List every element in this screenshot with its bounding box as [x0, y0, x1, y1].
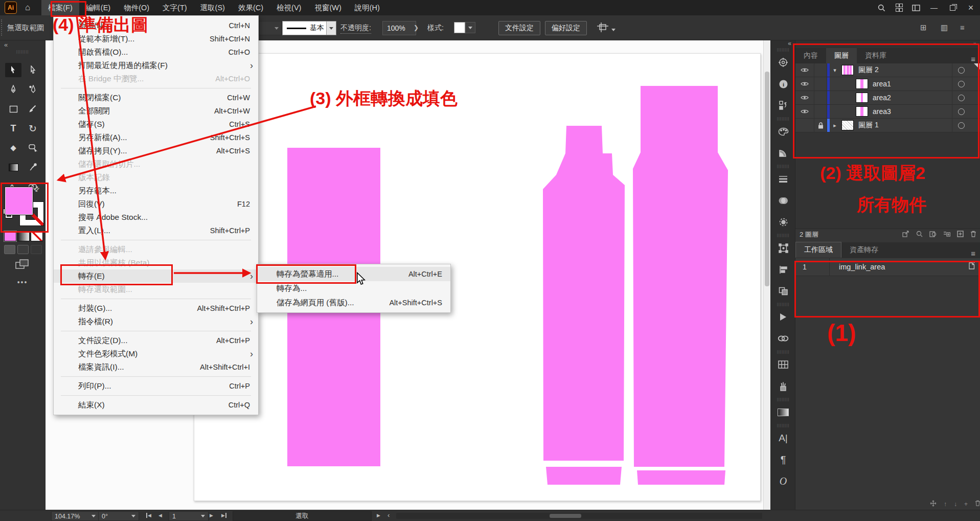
- arrange-documents-icon[interactable]: [907, 0, 925, 15]
- vertical-scrollbar-thumb[interactable]: [765, 72, 769, 286]
- move-artboard-icon[interactable]: [930, 500, 937, 508]
- target-circle[interactable]: [958, 122, 965, 129]
- menu-edit[interactable]: 編輯(E): [79, 0, 117, 15]
- lock-cell[interactable]: [814, 77, 827, 90]
- search-icon[interactable]: [873, 0, 890, 15]
- menu-item-document-setup[interactable]: 文件設定(D)...Alt+Ctrl+P: [54, 334, 258, 347]
- curvature-tool[interactable]: [25, 82, 41, 97]
- menu-item-save-a-copy[interactable]: 儲存拷貝(Y)...Alt+Ctrl+S: [54, 144, 258, 157]
- live-paint-selection-tool[interactable]: [25, 141, 41, 155]
- lock-icon[interactable]: [814, 119, 827, 132]
- target-circle[interactable]: [958, 67, 965, 74]
- menu-item-open-recent[interactable]: 打開最近使用過的檔案(F)›: [54, 59, 258, 72]
- panel-menu-icon[interactable]: ≡: [971, 55, 980, 63]
- paragraph-panel-icon[interactable]: ¶: [771, 449, 795, 470]
- rotate-tool[interactable]: ↻: [25, 121, 41, 135]
- object-name[interactable]: area2: [873, 94, 891, 102]
- style-swatch[interactable]: [454, 22, 465, 33]
- zoom-level-dropdown[interactable]: 104.17%: [51, 511, 99, 521]
- chevron-down-icon[interactable]: [611, 25, 616, 34]
- object-name[interactable]: area1: [873, 80, 891, 88]
- visibility-eye-icon[interactable]: [795, 63, 814, 77]
- new-artboard-icon[interactable]: +: [964, 501, 968, 508]
- collect-for-export-icon[interactable]: [902, 230, 909, 239]
- eraser-tool[interactable]: ◆: [5, 141, 21, 155]
- artboard-page-icon[interactable]: [968, 262, 975, 272]
- dock-grip[interactable]: ||||||||: [771, 302, 795, 306]
- menu-item-place[interactable]: 置入(L)...Shift+Ctrl+P: [54, 224, 258, 237]
- delete-layer-icon[interactable]: [970, 230, 976, 239]
- menu-item-new[interactable]: 新增(N)...Ctrl+N: [54, 19, 258, 32]
- dock-grip[interactable]: ||||||||: [771, 397, 795, 401]
- tab-libraries[interactable]: 資料庫: [857, 48, 895, 63]
- layer-row-area1[interactable]: area1: [795, 77, 980, 91]
- layer-name[interactable]: 圖層 1: [858, 121, 879, 130]
- layer-name[interactable]: 圖層 2: [858, 65, 879, 75]
- new-sublayer-icon[interactable]: [943, 230, 950, 239]
- lock-cell[interactable]: [814, 91, 827, 104]
- collapse-toolbar-icon[interactable]: «: [4, 41, 8, 49]
- menu-item-save-for-web-legacy[interactable]: 儲存為網頁用 (舊版)...Alt+Shift+Ctrl+S: [257, 296, 450, 310]
- next-artboard-icon[interactable]: ▶: [210, 513, 213, 518]
- menu-effect[interactable]: 效果(C): [232, 0, 270, 15]
- vertical-scrollbar[interactable]: [763, 40, 770, 510]
- pen-tool[interactable]: [5, 82, 21, 97]
- draw-inside-button[interactable]: [31, 245, 42, 254]
- make-clipping-mask-icon[interactable]: [929, 230, 937, 239]
- transform-panel-icon[interactable]: [771, 237, 795, 259]
- rotation-dropdown[interactable]: 0°: [98, 511, 139, 521]
- swatches-panel-icon[interactable]: [771, 354, 795, 375]
- actions-panel-icon[interactable]: [771, 306, 795, 328]
- brush-definition-dropdown[interactable]: 基本: [282, 21, 336, 35]
- target-circle[interactable]: [958, 95, 965, 101]
- draw-normal-button[interactable]: [4, 245, 15, 254]
- menu-window[interactable]: 視窗(W): [308, 0, 348, 15]
- menu-item-export-as[interactable]: 轉存為...: [257, 281, 450, 296]
- first-artboard-icon[interactable]: ◀: [146, 513, 151, 518]
- paintbrush-tool[interactable]: [25, 102, 41, 116]
- stroke-panel-icon[interactable]: [771, 168, 795, 190]
- object-thumbnail[interactable]: [856, 93, 868, 103]
- menu-item-open[interactable]: 開啟舊檔(O)...Ctrl+O: [54, 46, 258, 59]
- menu-item-exit[interactable]: 結束(X)Ctrl+Q: [54, 398, 258, 412]
- selection-tool[interactable]: [5, 63, 21, 77]
- close-button[interactable]: ×: [962, 0, 980, 15]
- menu-item-export-for-screens[interactable]: 轉存為螢幕適用...Alt+Ctrl+E: [257, 267, 450, 281]
- menu-item-save-as[interactable]: 另存新檔(A)...Shift+Ctrl+S: [54, 131, 258, 144]
- edit-toolbar-icon[interactable]: •••: [0, 278, 45, 286]
- area3-base[interactable]: [637, 470, 725, 485]
- object-name[interactable]: area3: [873, 107, 891, 116]
- restore-button[interactable]: [943, 0, 962, 15]
- type-tool[interactable]: T: [5, 121, 21, 135]
- menu-item-document-color-mode[interactable]: 文件色彩模式(M)›: [54, 347, 258, 360]
- object-thumbnail[interactable]: [856, 106, 868, 117]
- crop-marks-icon[interactable]: [596, 22, 609, 33]
- dock-grip[interactable]: ||||||||: [771, 47, 795, 52]
- properties-panel-icon[interactable]: [771, 52, 795, 73]
- transparency-panel-icon[interactable]: [771, 190, 795, 211]
- info-panel-icon[interactable]: i: [771, 73, 795, 95]
- previous-artboard-icon[interactable]: ◀: [158, 513, 162, 518]
- visibility-eye-icon[interactable]: [795, 105, 814, 118]
- workspace-switcher-icon[interactable]: [890, 0, 907, 15]
- menu-help[interactable]: 說明(H): [348, 0, 386, 15]
- home-icon[interactable]: ⌂: [25, 3, 30, 13]
- locate-object-icon[interactable]: [916, 230, 923, 239]
- color-mode-button[interactable]: [4, 231, 16, 241]
- dock-grip[interactable]: ||||||||: [771, 164, 795, 168]
- menu-select[interactable]: 選取(S): [194, 0, 232, 15]
- fill-swatch-magenta[interactable]: [5, 187, 33, 215]
- panel-menu-icon[interactable]: ≡: [971, 249, 980, 258]
- menu-item-revert[interactable]: 回復(V)F12: [54, 197, 258, 211]
- visibility-eye-icon[interactable]: [795, 77, 814, 90]
- visibility-eye-icon[interactable]: [795, 91, 814, 104]
- expand-panels-icon[interactable]: «: [788, 40, 795, 47]
- area2-base[interactable]: [546, 467, 622, 485]
- menu-item-scripts[interactable]: 指令檔(R)›: [54, 315, 258, 328]
- collapse-panels-icon[interactable]: »: [795, 40, 980, 48]
- delete-artboard-icon[interactable]: [975, 500, 980, 508]
- opentype-panel-icon[interactable]: O: [771, 470, 795, 492]
- links-panel-icon[interactable]: [771, 328, 795, 349]
- lock-cell[interactable]: [814, 63, 827, 77]
- layer-row-area2[interactable]: area2: [795, 91, 980, 105]
